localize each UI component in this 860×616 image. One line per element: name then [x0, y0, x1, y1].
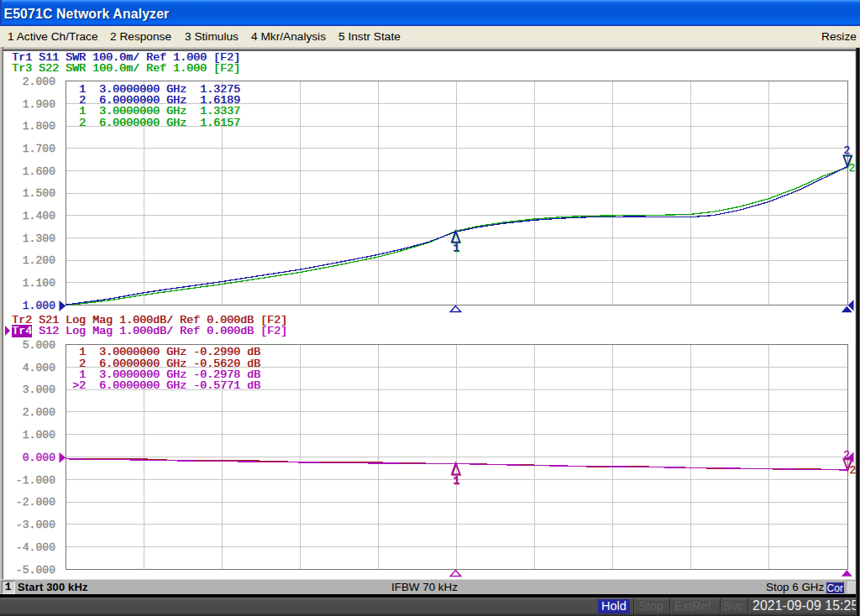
- svg-text:1.600: 1.600: [23, 165, 55, 178]
- svg-text:1: 1: [453, 242, 459, 254]
- svg-text:1: 1: [453, 474, 459, 487]
- svg-text:2.000: 2.000: [23, 406, 55, 419]
- svg-text:-5.000: -5.000: [16, 564, 55, 577]
- svg-text:5.000: 5.000: [23, 339, 55, 352]
- svg-text:-2.000: -2.000: [16, 496, 55, 509]
- svg-text:3.000: 3.000: [23, 384, 55, 396]
- svg-text:2: 2: [848, 162, 855, 175]
- svg-text:1.200: 1.200: [23, 254, 55, 267]
- svg-text:1.000: 1.000: [23, 429, 55, 441]
- svg-text:-4.000: -4.000: [16, 541, 55, 554]
- svg-text:-3.000: -3.000: [16, 519, 55, 531]
- svg-text:-1.000: -1.000: [16, 474, 55, 487]
- svg-text:1.000: 1.000: [23, 300, 55, 312]
- svg-text:1.400: 1.400: [23, 210, 55, 222]
- svg-text:1.800: 1.800: [23, 120, 55, 133]
- svg-text:1.500: 1.500: [23, 187, 55, 200]
- svg-text:4.000: 4.000: [23, 362, 55, 374]
- svg-text:1.900: 1.900: [23, 98, 55, 111]
- svg-text:1.700: 1.700: [23, 143, 55, 155]
- svg-text:0.000: 0.000: [23, 452, 55, 464]
- svg-text:1.100: 1.100: [23, 277, 55, 290]
- svg-text:1.300: 1.300: [23, 232, 55, 245]
- svg-text:2.000: 2.000: [23, 76, 55, 88]
